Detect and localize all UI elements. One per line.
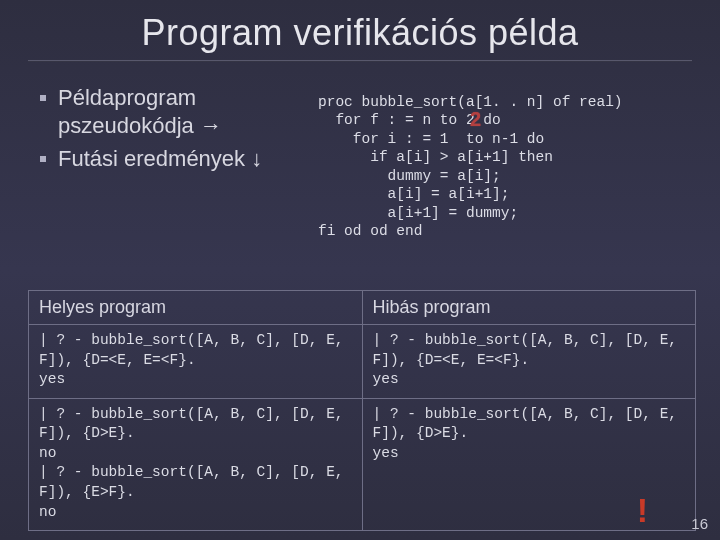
page-number: 16 bbox=[691, 515, 708, 532]
bullet-text: Futási eredmények ↓ bbox=[58, 145, 262, 173]
bullet-item: Futási eredmények ↓ bbox=[40, 145, 300, 173]
title-divider bbox=[28, 60, 692, 62]
bullet-dot-icon bbox=[40, 156, 46, 162]
pseudocode-block: proc bubble_sort(a[1. . n] of real) for … bbox=[318, 72, 700, 278]
code-line: a[i] = a[i+1]; bbox=[318, 186, 509, 202]
bullet-dot-icon bbox=[40, 95, 46, 101]
table-header-correct: Helyes program bbox=[29, 291, 363, 325]
table-header-wrong: Hibás program bbox=[362, 291, 696, 325]
code-line: fi od od end bbox=[318, 223, 422, 239]
bullet-list: Példaprogram pszeudokódja → Futási eredm… bbox=[40, 72, 300, 278]
slide-title: Program verifikációs példa bbox=[0, 0, 720, 58]
table-cell: | ? - bubble_sort([A, B, C], [D, E, F]),… bbox=[29, 325, 363, 399]
table-cell: | ? - bubble_sort([A, B, C], [D, E, F]),… bbox=[362, 325, 696, 399]
bullet-item: Példaprogram pszeudokódja → bbox=[40, 84, 300, 139]
code-line: for i : = 1 to n-1 do bbox=[318, 131, 544, 147]
code-line: a[i+1] = dummy; bbox=[318, 205, 518, 221]
exclamation-icon: ! bbox=[637, 491, 648, 530]
code-line: dummy = a[i]; bbox=[318, 168, 501, 184]
code-line: if a[i] > a[i+1] then bbox=[318, 149, 553, 165]
results-table: Helyes program Hibás program | ? - bubbl… bbox=[28, 290, 696, 531]
upper-row: Példaprogram pszeudokódja → Futási eredm… bbox=[0, 72, 720, 286]
bullet-text: Példaprogram pszeudokódja → bbox=[58, 84, 300, 139]
table-cell: | ? - bubble_sort([A, B, C], [D, E, F]),… bbox=[29, 398, 363, 530]
error-overlay-2: 2 bbox=[470, 107, 481, 133]
